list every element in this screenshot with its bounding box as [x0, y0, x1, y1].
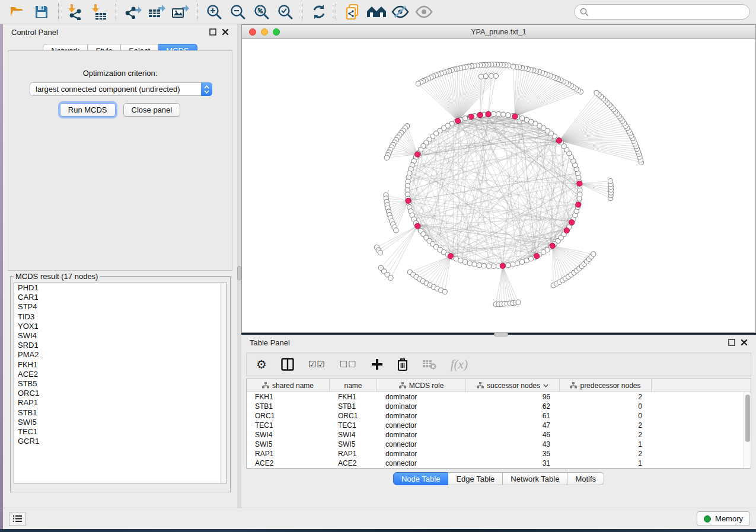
mcds-node[interactable]	[486, 111, 491, 117]
vertical-splitter[interactable]	[237, 24, 241, 508]
export-image-icon[interactable]	[168, 2, 192, 22]
table-cell[interactable]: TEC1	[330, 421, 377, 430]
table-cell[interactable]: 1	[560, 440, 652, 448]
mcds-node[interactable]	[477, 112, 483, 117]
table-row[interactable]: RAP1RAP1dominator352	[247, 449, 744, 459]
network-node[interactable]	[491, 111, 496, 116]
mcds-node[interactable]	[406, 198, 411, 203]
network-node[interactable]	[506, 262, 511, 267]
network-node[interactable]	[477, 262, 481, 267]
table-cell[interactable]: 61	[466, 412, 560, 420]
table-cell[interactable]: TEC1	[247, 421, 330, 430]
show-details-icon[interactable]	[412, 2, 436, 22]
table-cell[interactable]: RAP1	[247, 450, 330, 458]
table-cell[interactable]: 2	[560, 431, 652, 439]
network-node[interactable]	[594, 90, 599, 95]
minimize-window-icon[interactable]	[261, 28, 268, 36]
network-window-titlebar[interactable]: YPA_prune.txt_1	[242, 25, 755, 39]
network-node[interactable]	[516, 300, 521, 305]
clone-network-icon[interactable]	[341, 2, 365, 22]
home-view-icon[interactable]	[365, 2, 388, 22]
table-cell[interactable]: dominator	[377, 431, 466, 439]
table-row[interactable]: STB1STB1dominator620	[247, 402, 744, 411]
table-row[interactable]: SWI5SWI5connector431	[247, 440, 744, 449]
table-cell[interactable]: 47	[466, 421, 560, 430]
mcds-node[interactable]	[415, 223, 420, 229]
memory-button[interactable]: Memory	[697, 511, 750, 526]
table-cell[interactable]: 0	[560, 402, 652, 411]
mcds-result-item[interactable]: SWI4	[14, 331, 227, 341]
network-node[interactable]	[511, 262, 515, 267]
mcds-result-item[interactable]: TID3	[14, 312, 227, 322]
table-cell[interactable]: dominator	[377, 412, 466, 420]
mcds-result-item[interactable]: TEC1	[14, 427, 227, 437]
network-node[interactable]	[501, 112, 506, 117]
table-cell[interactable]: SWI5	[330, 440, 377, 448]
network-node[interactable]	[486, 264, 491, 268]
mcds-result-item[interactable]: YOX1	[14, 322, 227, 331]
network-node[interactable]	[442, 289, 447, 294]
table-cell[interactable]: 2	[560, 450, 652, 458]
table-cell[interactable]: 1	[560, 459, 652, 467]
network-node[interactable]	[515, 261, 520, 265]
table-cell[interactable]: SWI4	[330, 431, 377, 439]
network-node[interactable]	[472, 262, 477, 267]
table-cell[interactable]: 43	[466, 440, 560, 448]
table-cell[interactable]: ACE2	[247, 459, 330, 467]
close-panel-icon[interactable]	[222, 28, 229, 36]
table-cell[interactable]: 2	[560, 393, 652, 401]
horizontal-splitter-grabber[interactable]	[494, 332, 508, 336]
table-cell[interactable]: connector	[377, 421, 466, 430]
tab-motifs[interactable]: Motifs	[567, 472, 604, 485]
table-cell[interactable]: dominator	[377, 402, 466, 411]
mcds-result-item[interactable]: STP4	[14, 302, 227, 312]
search-box[interactable]	[574, 4, 750, 20]
table-cell[interactable]: 2	[560, 421, 652, 430]
table-cell[interactable]: 0	[560, 412, 652, 420]
table-cell[interactable]: 31	[466, 459, 560, 467]
mcds-result-item[interactable]: ORC1	[14, 389, 227, 398]
mcds-node[interactable]	[569, 220, 575, 225]
close-window-icon[interactable]	[249, 28, 256, 36]
table-row[interactable]: TEC1TEC1connector472	[247, 421, 744, 430]
close-panel-button[interactable]: Close panel	[123, 103, 181, 117]
splitter-grabber[interactable]	[237, 266, 241, 280]
table-cell[interactable]: ACE2	[330, 459, 377, 467]
save-session-icon[interactable]	[30, 2, 53, 22]
mcds-list-scrollbar[interactable]	[220, 283, 227, 483]
mcds-result-item[interactable]: ACE2	[14, 370, 227, 379]
table-cell[interactable]: FKH1	[330, 393, 377, 401]
zoom-fit-icon[interactable]	[250, 2, 273, 22]
table-cell[interactable]: FKH1	[247, 393, 330, 401]
network-node[interactable]	[479, 74, 483, 79]
network-node[interactable]	[394, 228, 398, 233]
table-cell[interactable]: 35	[466, 450, 560, 458]
network-node[interactable]	[519, 116, 524, 121]
network-node[interactable]	[591, 252, 596, 257]
mcds-node[interactable]	[448, 254, 453, 259]
optimization-criterion-select[interactable]: largest connected component (undirected)	[30, 82, 212, 96]
search-input[interactable]	[592, 8, 744, 17]
import-table-icon[interactable]	[87, 2, 111, 22]
tab-network-table[interactable]: Network Table	[503, 472, 567, 485]
table-cell[interactable]: ORC1	[247, 412, 330, 420]
network-node[interactable]	[378, 250, 382, 255]
network-node[interactable]	[491, 264, 496, 268]
open-file-icon[interactable]	[6, 2, 30, 22]
select-all-icon[interactable]: ☑☑	[308, 356, 326, 373]
run-mcds-button[interactable]: Run MCDS	[60, 103, 116, 117]
mcds-node[interactable]	[415, 152, 420, 157]
mcds-node[interactable]	[564, 227, 569, 233]
table-row[interactable]: ACE2ACE2connector311	[247, 459, 744, 468]
maximize-window-icon[interactable]	[273, 28, 280, 36]
network-canvas[interactable]	[242, 39, 755, 332]
network-node[interactable]	[481, 263, 486, 268]
table-row[interactable]: ORC1ORC1dominator610	[247, 411, 744, 421]
network-node[interactable]	[608, 179, 613, 184]
mcds-result-item[interactable]: PMA2	[14, 350, 227, 360]
mcds-result-item[interactable]: STB1	[14, 408, 227, 418]
column-header-mcds-role[interactable]: MCDS role	[377, 379, 466, 392]
table-cell[interactable]: 62	[466, 402, 560, 411]
mcds-node[interactable]	[455, 118, 461, 123]
zoom-selected-icon[interactable]	[273, 2, 297, 22]
